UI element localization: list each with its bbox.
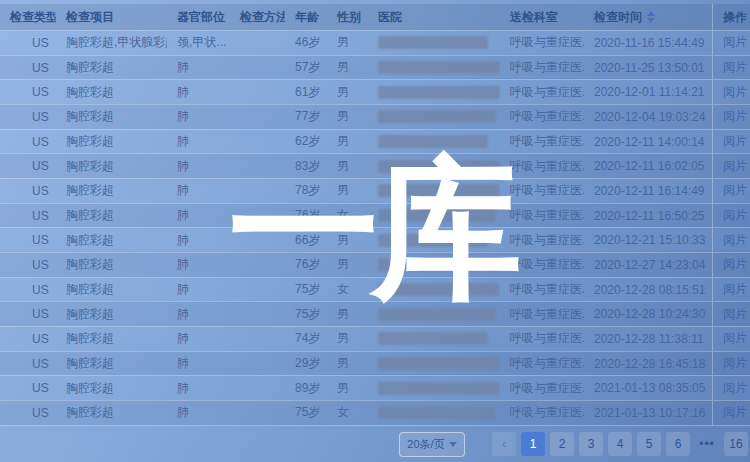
cell-gender: 男	[327, 179, 368, 203]
cell-gender: 男	[327, 253, 368, 277]
column-header-gender: 性别	[327, 4, 368, 30]
view-images-link[interactable]: 阅片	[712, 31, 750, 55]
page-size-select[interactable]: 20条/页	[399, 432, 465, 457]
column-header-exam_time[interactable]: 检查时间	[584, 4, 712, 30]
table-row: US胸腔彩超肺62岁男呼吸与重症医...2020-12-11 14:00:14阅…	[0, 129, 750, 154]
table-row: US胸腔彩超肺77岁男呼吸与重症医...2020-12-04 19:03:24阅…	[0, 104, 750, 129]
cell-exam_time: 2020-12-27 14:23:04	[584, 253, 712, 277]
cell-method	[230, 278, 285, 302]
column-header-label: 检查项目	[66, 9, 114, 26]
cell-age: 46岁	[285, 31, 327, 55]
table-header-row: 检查类型检查项目器官部位检查方法年龄性别医院送检科室检查时间操作	[0, 4, 750, 30]
cell-organ: 肺	[167, 179, 230, 203]
view-images-link[interactable]: 阅片	[712, 56, 750, 80]
view-images-link[interactable]: 阅片	[712, 154, 750, 178]
cell-age: 77岁	[285, 105, 327, 129]
redacted-hospital-bar	[378, 382, 500, 395]
view-images-link[interactable]: 阅片	[712, 253, 750, 277]
page-button-16[interactable]: 16	[724, 432, 748, 456]
view-images-link[interactable]: 阅片	[712, 376, 750, 400]
exam-list-page: 检查类型检查项目器官部位检查方法年龄性别医院送检科室检查时间操作 US胸腔彩超,…	[0, 0, 750, 462]
redacted-hospital-bar	[378, 86, 500, 99]
cell-exam_item: 胸腔彩超	[56, 105, 167, 129]
prev-page-button[interactable]: ‹	[492, 432, 516, 456]
cell-hospital	[368, 253, 500, 277]
column-header-label: 年龄	[295, 9, 319, 26]
cell-gender: 男	[327, 31, 368, 55]
cell-age: 89岁	[285, 376, 327, 400]
table-row: US胸腔彩超肺78岁男呼吸与重症医...2020-12-11 16:14:49阅…	[0, 178, 750, 203]
redacted-hospital-bar	[378, 234, 488, 247]
column-header-label: 检查方法	[240, 9, 285, 26]
cell-age: 75岁	[285, 401, 327, 425]
cell-exam_time: 2020-12-28 08:15:51	[584, 278, 712, 302]
cell-hospital	[368, 31, 500, 55]
cell-exam_time: 2020-12-11 14:00:14	[584, 130, 712, 154]
view-images-link[interactable]: 阅片	[712, 80, 750, 104]
cell-hospital	[368, 302, 500, 326]
view-images-link[interactable]: 阅片	[712, 228, 750, 252]
cell-exam_type: US	[0, 31, 56, 55]
redacted-hospital-bar	[378, 258, 500, 271]
page-button-3[interactable]: 3	[579, 432, 603, 456]
cell-exam_item: 胸腔彩超	[56, 80, 167, 104]
cell-exam_time: 2021-01-13 08:35:05	[584, 376, 712, 400]
table-row: US胸腔彩超肺74岁男呼吸与重症医...2020-12-28 11:38:11阅…	[0, 326, 750, 351]
redacted-hospital-bar	[378, 184, 500, 197]
page-ellipsis[interactable]: •••	[695, 432, 719, 456]
table-row: US胸腔彩超肺75岁男呼吸与重症医...2020-12-28 10:24:30阅…	[0, 301, 750, 326]
page-button-4[interactable]: 4	[608, 432, 632, 456]
cell-method	[230, 376, 285, 400]
chevron-down-icon	[449, 442, 457, 447]
cell-method	[230, 105, 285, 129]
cell-exam_type: US	[0, 253, 56, 277]
cell-age: 57岁	[285, 56, 327, 80]
cell-department: 呼吸与重症医...	[500, 130, 584, 154]
cell-method	[230, 179, 285, 203]
table-row: US胸腔彩超肺76岁男呼吸与重症医...2020-12-27 14:23:04阅…	[0, 252, 750, 277]
cell-hospital	[368, 154, 500, 178]
redacted-hospital-bar	[378, 406, 496, 419]
cell-exam_time: 2020-12-11 16:02:05	[584, 154, 712, 178]
cell-exam_type: US	[0, 204, 56, 228]
table-body: US胸腔彩超,甲状腺彩超颈,甲状...46岁男呼吸与重症医...2020-11-…	[0, 30, 750, 425]
column-header-department: 送检科室	[500, 4, 584, 30]
cell-age: 61岁	[285, 80, 327, 104]
cell-method	[230, 228, 285, 252]
page-button-6[interactable]: 6	[666, 432, 690, 456]
cell-exam_item: 胸腔彩超	[56, 228, 167, 252]
cell-gender: 女	[327, 401, 368, 425]
table-row: US胸腔彩超肺89岁男呼吸与重症医...2021-01-13 08:35:05阅…	[0, 375, 750, 400]
view-images-link[interactable]: 阅片	[712, 302, 750, 326]
cell-exam_item: 胸腔彩超	[56, 253, 167, 277]
view-images-link[interactable]: 阅片	[712, 179, 750, 203]
cell-hospital	[368, 401, 500, 425]
view-images-link[interactable]: 阅片	[712, 278, 750, 302]
view-images-link[interactable]: 阅片	[712, 204, 750, 228]
table-row: US胸腔彩超肺57岁男呼吸与重症医...2020-11-25 13:50:01阅…	[0, 55, 750, 80]
cell-hospital	[368, 228, 500, 252]
view-images-link[interactable]: 阅片	[712, 105, 750, 129]
page-button-5[interactable]: 5	[637, 432, 661, 456]
view-images-link[interactable]: 阅片	[712, 352, 750, 376]
cell-method	[230, 80, 285, 104]
redacted-hospital-bar	[378, 36, 488, 49]
sort-ascending-icon[interactable]	[647, 11, 655, 23]
column-header-label: 医院	[378, 9, 402, 26]
view-images-link[interactable]: 阅片	[712, 401, 750, 425]
view-images-link[interactable]: 阅片	[712, 130, 750, 154]
cell-organ: 肺	[167, 228, 230, 252]
cell-exam_item: 胸腔彩超,甲状腺彩超	[56, 31, 167, 55]
cell-hospital	[368, 376, 500, 400]
page-button-2[interactable]: 2	[550, 432, 574, 456]
cell-exam_item: 胸腔彩超	[56, 376, 167, 400]
cell-exam_time: 2020-12-04 19:03:24	[584, 105, 712, 129]
column-header-organ: 器官部位	[167, 4, 230, 30]
cell-exam_time: 2020-12-21 15:10:33	[584, 228, 712, 252]
cell-age: 74岁	[285, 327, 327, 351]
cell-organ: 颈,甲状...	[167, 31, 230, 55]
cell-department: 呼吸与重症医...	[500, 352, 584, 376]
page-button-1[interactable]: 1	[521, 432, 545, 456]
cell-method	[230, 31, 285, 55]
view-images-link[interactable]: 阅片	[712, 327, 750, 351]
